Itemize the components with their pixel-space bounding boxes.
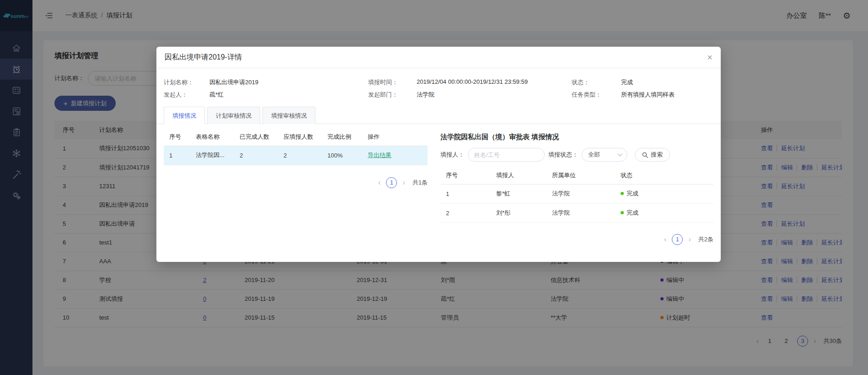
next-page-icon[interactable]: ›: [402, 179, 405, 186]
reporter-name: 刘*彤: [491, 203, 547, 223]
form-name: 法学院因...: [190, 146, 234, 165]
report-time-value: 2019/12/04 00:00:00-2019/12/31 23:59:59: [417, 78, 528, 87]
report-status-selected-value: 全部: [588, 151, 600, 159]
chevron-down-icon: [617, 153, 622, 157]
search-button[interactable]: 搜索: [635, 148, 670, 162]
status-value: 完成: [621, 78, 633, 87]
modal-tabs: 填报情况 计划审核情况 填报审核情况: [156, 106, 721, 124]
plan-detail-modal: 因私出境申请2019-详情 × 计划名称：因私出境申请2019 发起人：疏*红 …: [156, 47, 721, 262]
total-count: 共2条: [698, 235, 713, 244]
reporter-row: 2刘*彤法学院完成: [440, 203, 713, 223]
detail-table-header-row: 序号 填报人 所属单位 状态: [440, 167, 713, 184]
forms-col-name: 表格名称: [190, 129, 234, 146]
detail-col-status: 状态: [615, 167, 713, 184]
status-text: 完成: [627, 190, 638, 197]
page-button[interactable]: 1: [672, 234, 683, 245]
detail-table-body: 1黎*虹法学院完成2刘*彤法学院完成: [440, 184, 713, 223]
tab-report-status[interactable]: 填报情况: [164, 107, 205, 124]
init-department-label: 发起部门：: [368, 91, 417, 99]
report-time-label: 填报时间：: [368, 78, 417, 87]
status-cell: 完成: [615, 184, 713, 203]
form-detail-panel: 法学院因私出国（境）审批表 填报情况 填报人： 填报状态： 全部 搜索: [440, 127, 713, 245]
report-status-filter-label: 填报状态：: [548, 151, 578, 159]
prev-page-icon[interactable]: ‹: [378, 179, 380, 186]
modal-header: 因私出境申请2019-详情 ×: [156, 47, 721, 68]
reporter-unit: 法学院: [547, 203, 615, 223]
total-count: 共1条: [413, 179, 428, 187]
row-index: 1: [440, 184, 491, 203]
status-text: 完成: [627, 209, 638, 216]
tab-report-review[interactable]: 填报审核情况: [263, 107, 316, 124]
task-type-value: 所有填报人填同样表: [621, 91, 675, 99]
initiator-label: 发起人：: [164, 91, 209, 99]
done-count: 2: [234, 146, 278, 165]
detail-table: 序号 填报人 所属单位 状态 1黎*虹法学院完成2刘*彤法学院完成: [440, 167, 713, 223]
initiator-value: 疏*红: [209, 91, 224, 99]
forms-summary-panel: 序号 表格名称 已完成人数 应填报人数 完成比例 操作 1法学院因...2210…: [164, 127, 428, 245]
prev-page-icon[interactable]: ‹: [664, 236, 666, 243]
detail-filter-row: 填报人： 填报状态： 全部 搜索: [440, 148, 713, 162]
required-count: 2: [278, 146, 322, 165]
page-button[interactable]: 1: [386, 177, 397, 188]
forms-table-body: 1法学院因...22100%导出结果: [164, 146, 428, 165]
forms-col-done: 已完成人数: [234, 129, 278, 146]
row-index: 1: [164, 146, 190, 165]
form-row[interactable]: 1法学院因...22100%导出结果: [164, 146, 428, 165]
row-actions: 导出结果: [362, 146, 428, 165]
plan-name-label: 计划名称：: [164, 78, 209, 87]
search-button-label: 搜索: [651, 151, 663, 159]
completion-ratio: 100%: [322, 146, 362, 165]
forms-col-no: 序号: [164, 129, 190, 146]
detail-col-reporter: 填报人: [491, 167, 547, 184]
row-index: 2: [440, 203, 491, 223]
forms-col-required: 应填报人数: [278, 129, 322, 146]
reporter-filter-input[interactable]: [468, 148, 545, 162]
report-status-select[interactable]: 全部: [582, 148, 627, 162]
export-result-link[interactable]: 导出结果: [368, 152, 391, 158]
forms-pagination: ‹ 1 › 共1条: [164, 177, 428, 188]
forms-table: 序号 表格名称 已完成人数 应填报人数 完成比例 操作 1法学院因...2210…: [164, 129, 428, 165]
reporter-filter-label: 填报人：: [440, 151, 464, 159]
reporter-unit: 法学院: [547, 184, 615, 203]
close-icon[interactable]: ×: [707, 53, 713, 62]
tab-plan-review[interactable]: 计划审核情况: [207, 107, 260, 124]
forms-col-actions: 操作: [362, 129, 428, 146]
detail-col-unit: 所属单位: [547, 167, 615, 184]
status-dot: [621, 192, 624, 195]
status-dot: [621, 211, 624, 214]
status-cell: 完成: [615, 203, 713, 223]
next-page-icon[interactable]: ›: [688, 236, 691, 243]
init-department-value: 法学院: [417, 91, 434, 99]
plan-info-section: 计划名称：因私出境申请2019 发起人：疏*红 填报时间：2019/12/04 …: [156, 68, 721, 106]
plan-name-value: 因私出境申请2019: [209, 78, 258, 87]
form-detail-title: 法学院因私出国（境）审批表 填报情况: [440, 133, 713, 141]
search-icon: [642, 152, 648, 158]
modal-title: 因私出境申请2019-详情: [165, 53, 242, 62]
reporter-name: 黎*虹: [491, 184, 547, 203]
forms-col-ratio: 完成比例: [322, 129, 362, 146]
detail-pagination: ‹ 1 › 共2条: [440, 234, 713, 245]
reporter-row: 1黎*虹法学院完成: [440, 184, 713, 203]
status-label: 状态：: [572, 78, 621, 87]
detail-col-no: 序号: [440, 167, 491, 184]
task-type-label: 任务类型：: [572, 91, 621, 99]
forms-table-header-row: 序号 表格名称 已完成人数 应填报人数 完成比例 操作: [164, 129, 428, 146]
